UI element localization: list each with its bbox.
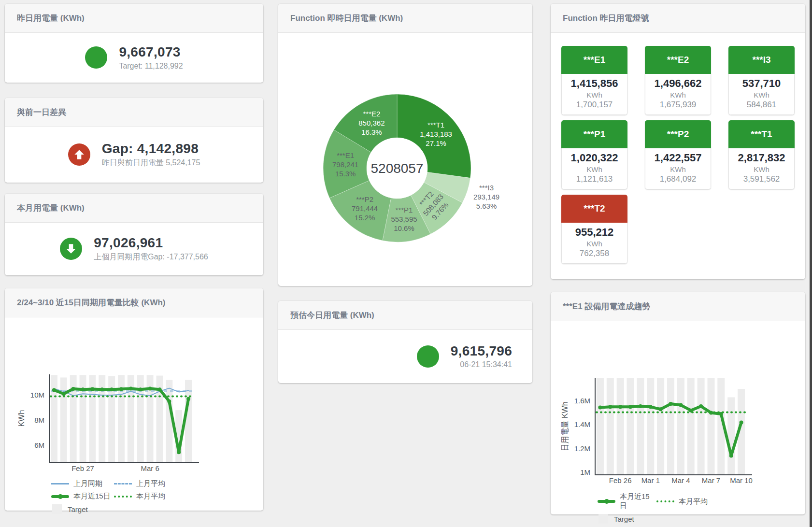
legend-item-this-month-15days[interactable]: 本月近15日: [51, 492, 114, 501]
legend-row: Target: [51, 504, 165, 514]
card-yesterday-usage: 昨日用電量 (KWh) 9,667,073 Target: 11,128,992: [5, 4, 263, 83]
tile-unit: KWh: [562, 240, 627, 248]
status-tile-i3: ***I3 537,710 KWh 584,861: [728, 46, 795, 115]
tile-header: ***P1: [561, 120, 627, 148]
kpi-value: 97,026,961: [94, 235, 208, 251]
compare-legend: 上月同期 上月平均 本月近15日 本月平均 Target: [51, 479, 165, 517]
kpi-body: 9,615,796 06-21 15:34:41: [278, 330, 532, 383]
legend-item-this-month-15days[interactable]: 本月近15日: [598, 492, 656, 511]
legend-label: 本月近15日: [620, 492, 656, 511]
tile-target: 1,121,613: [562, 174, 627, 184]
tile-body: 1,496,662 KWh 1,675,939: [645, 74, 711, 115]
tile-target: 584,861: [729, 100, 794, 110]
legend-line-dotted-green-icon: [114, 496, 132, 498]
tile-body: 1,415,856 KWh 1,700,157: [561, 74, 627, 115]
svg-text:Mar 4: Mar 4: [671, 476, 690, 484]
legend-item-this-month-average[interactable]: 本月平均: [656, 497, 708, 506]
tile-unit: KWh: [562, 165, 627, 173]
legend-square-gray-icon: [598, 514, 608, 524]
tile-header: ***I3: [728, 46, 795, 74]
tile-body: 955,212 KWh 762,358: [561, 223, 627, 264]
kpi-body: 97,026,961 上個月同期用電Gap: -17,377,566: [5, 223, 263, 275]
kpi-value: 9,667,073: [119, 44, 183, 60]
svg-text:Mar 1: Mar 1: [641, 476, 660, 484]
legend-label: 本月平均: [679, 497, 708, 506]
svg-text:***I3293,1495.63%: ***I3293,1495.63%: [473, 184, 499, 210]
kpi-subtitle: 昨日與前日用電量 5,524,175: [102, 158, 200, 168]
svg-text:8M: 8M: [34, 416, 44, 424]
e1-trend-line-chart: 1M1.2M1.4M1.6M日用電量 KWhFeb 26Mar 1Mar 4Ma…: [551, 321, 805, 493]
vertical-scrollbar[interactable]: [810, 0, 812, 527]
card-title: 2/24~3/10 近15日同期用電量比較 (KWh): [17, 297, 166, 308]
svg-text:6M: 6M: [34, 441, 44, 449]
arrow-up-circle-icon: [68, 143, 90, 166]
tile-unit: KWh: [729, 165, 794, 173]
svg-text:10M: 10M: [30, 391, 44, 399]
legend-label: 上月平均: [136, 479, 165, 488]
legend-square-gray-icon: [52, 504, 62, 514]
legend-item-last-month-average[interactable]: 上月平均: [114, 479, 165, 488]
card-month-usage: 本月用電量 (KWh) 97,026,961 上個月同期用電Gap: -17,3…: [5, 194, 263, 275]
arrow-down-circle-icon: [60, 238, 82, 260]
card-title: 與前一日差異: [17, 107, 66, 118]
tile-value: 2,817,832: [729, 152, 794, 164]
legend-line-dashed-blue-icon: [114, 483, 132, 484]
card-estimate-today: 預估今日用電量 (KWh) 9,615,796 06-21 15:34:41: [278, 301, 532, 383]
card-header: 預估今日用電量 (KWh): [278, 301, 532, 330]
legend-row: 本月近15日 本月平均: [598, 492, 708, 511]
legend-item-target[interactable]: Target: [51, 504, 88, 514]
kpi-subtitle: Target: 11,128,992: [119, 62, 183, 71]
status-tile-p1: ***P1 1,020,322 KWh 1,121,613: [561, 120, 627, 189]
tile-body: 537,710 KWh 584,861: [728, 74, 795, 115]
card-header: 與前一日差異: [5, 98, 263, 127]
trend-legend: 本月近15日 本月平均 Target: [598, 492, 708, 527]
status-tile-t1: ***T1 2,817,832 KWh 3,591,562: [728, 120, 795, 189]
compare-line-chart: 6M8M10MKWhFeb 27Mar 6: [5, 317, 263, 482]
svg-text:日用電量 KWh: 日用電量 KWh: [561, 401, 569, 451]
kpi-value: 9,615,796: [451, 343, 512, 359]
kpi-text: 9,615,796 06-21 15:34:41: [451, 343, 512, 369]
legend-label: 本月近15日: [73, 492, 111, 501]
tile-value: 1,422,557: [645, 152, 711, 164]
tile-value: 1,496,662: [645, 77, 711, 90]
card-status-lights: Function 昨日用電燈號 ***E1 1,415,856 KWh 1,70…: [551, 4, 805, 279]
legend-line-thick-green-icon: [51, 495, 69, 498]
legend-line-thick-green-icon: [598, 500, 615, 503]
svg-text:1.2M: 1.2M: [574, 444, 590, 453]
tile-value: 955,212: [562, 226, 627, 239]
card-header: 本月用電量 (KWh): [5, 194, 263, 223]
legend-label: 上月同期: [73, 479, 102, 488]
tile-header: ***T2: [561, 195, 627, 223]
legend-label: Target: [614, 515, 634, 523]
tile-unit: KWh: [645, 165, 711, 173]
status-tile-grid: ***E1 1,415,856 KWh 1,700,157 ***E2 1,49…: [551, 33, 805, 264]
tile-body: 2,817,832 KWh 3,591,562: [728, 148, 795, 189]
svg-text:Feb 27: Feb 27: [71, 464, 94, 472]
tile-value: 1,415,856: [562, 77, 627, 90]
legend-item-target[interactable]: Target: [598, 514, 634, 524]
card-header: ***E1 設備用電達成趨勢: [551, 292, 805, 321]
tile-target: 762,358: [562, 249, 627, 258]
card-compare-chart: 2/24~3/10 近15日同期用電量比較 (KWh) 6M8M10MKWhFe…: [5, 288, 263, 511]
tile-unit: KWh: [562, 91, 627, 99]
tile-target: 1,684,092: [645, 174, 711, 184]
card-realtime-donut: Function 即時日用電量 (KWh) ***T11,413,18327.1…: [278, 4, 532, 286]
card-title: ***E1 設備用電達成趨勢: [563, 301, 650, 312]
status-tile-e1: ***E1 1,415,856 KWh 1,700,157: [561, 46, 627, 115]
tile-unit: KWh: [729, 91, 794, 99]
card-title: 本月用電量 (KWh): [17, 202, 85, 214]
kpi-body: 9,667,073 Target: 11,128,992: [5, 33, 263, 82]
tile-value: 537,710: [729, 77, 794, 90]
card-prev-day-gap: 與前一日差異 Gap: 4,142,898 昨日與前日用電量 5,524,175: [5, 98, 263, 183]
tile-header: ***P2: [645, 120, 711, 148]
svg-text:KWh: KWh: [17, 410, 26, 427]
kpi-text: Gap: 4,142,898 昨日與前日用電量 5,524,175: [102, 141, 200, 168]
legend-item-last-month-same-period[interactable]: 上月同期: [51, 479, 114, 488]
legend-item-this-month-average[interactable]: 本月平均: [114, 492, 165, 501]
svg-text:1.4M: 1.4M: [574, 420, 590, 428]
tile-header: ***T1: [728, 120, 795, 148]
legend-row: 上月同期 上月平均: [51, 479, 165, 488]
tile-target: 1,700,157: [562, 100, 627, 110]
status-circle-icon: [85, 46, 107, 69]
card-header: Function 昨日用電燈號: [551, 4, 805, 33]
